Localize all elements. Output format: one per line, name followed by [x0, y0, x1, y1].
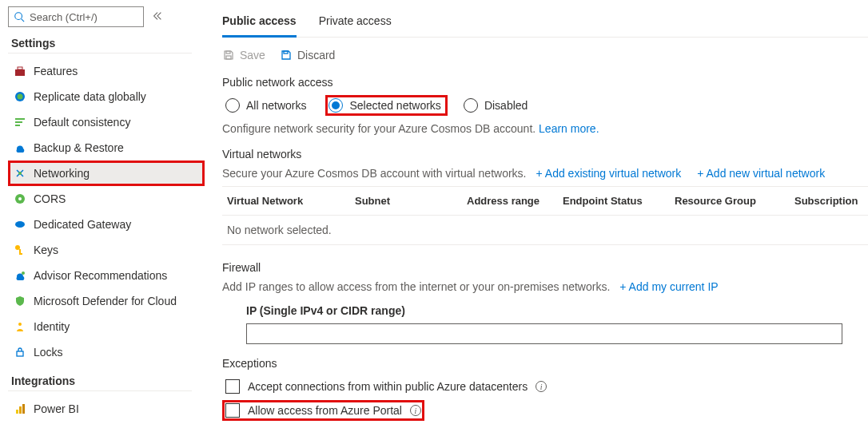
svg-rect-15 — [19, 253, 22, 255]
tab-public-access[interactable]: Public access — [222, 8, 297, 38]
svg-rect-3 — [18, 67, 22, 69]
sidebar-item-features[interactable]: Features — [8, 58, 205, 84]
collapse-sidebar-button[interactable] — [149, 7, 166, 27]
public-access-radio-group: All networks Selected networks Disabled — [222, 95, 868, 116]
lock-icon — [11, 346, 29, 359]
svg-rect-2 — [15, 69, 25, 76]
sidebar-item-keys[interactable]: Keys — [8, 237, 205, 263]
vnet-table-header: Virtual Network Subnet Address range End… — [222, 186, 868, 216]
svg-line-1 — [22, 19, 25, 22]
svg-point-16 — [22, 271, 25, 275]
svg-point-12 — [15, 221, 25, 228]
powerbi-icon — [11, 402, 29, 415]
search-icon — [14, 11, 25, 22]
sidebar-item-consistency[interactable]: Default consistency — [8, 109, 205, 135]
radio-icon — [464, 98, 478, 113]
discard-button[interactable]: Discard — [280, 49, 335, 61]
svg-rect-6 — [15, 118, 25, 120]
shield-icon — [11, 295, 29, 307]
ip-range-label: IP (Single IPv4 or CIDR range) — [222, 299, 868, 323]
sidebar-item-identity[interactable]: Identity — [8, 314, 205, 339]
svg-point-0 — [15, 13, 22, 20]
info-icon[interactable]: i — [536, 381, 547, 392]
cors-icon — [11, 192, 29, 205]
discard-icon — [280, 49, 293, 61]
sidebar-item-powerbi[interactable]: Power BI — [8, 396, 205, 422]
advisor-icon — [11, 269, 29, 282]
key-icon — [11, 244, 29, 256]
svg-rect-23 — [226, 56, 231, 59]
search-input[interactable]: Search (Ctrl+/) — [8, 6, 144, 27]
firewall-title: Firewall — [222, 261, 868, 274]
vnet-sub: Secure your Azure Cosmos DB account with… — [222, 167, 868, 180]
svg-rect-19 — [16, 410, 18, 414]
sidebar-item-gateway[interactable]: Dedicated Gateway — [8, 212, 205, 237]
radio-icon — [225, 98, 240, 113]
sidebar-section-integrations: Integrations — [11, 375, 205, 387]
checkbox-icon — [225, 379, 240, 394]
cloud-restore-icon — [11, 141, 29, 154]
learn-more-link[interactable]: Learn more. — [539, 122, 599, 135]
svg-rect-24 — [284, 51, 288, 54]
sidebar-section-settings: Settings — [11, 37, 205, 50]
svg-point-17 — [18, 323, 22, 326]
col-resource-group: Resource Group — [675, 195, 794, 207]
add-my-ip-link[interactable]: + Add my current IP — [619, 280, 718, 293]
add-existing-vnet-link[interactable]: + Add existing virtual network — [536, 167, 682, 180]
sidebar-item-cors[interactable]: CORS — [8, 186, 205, 212]
exceptions-title: Exceptions — [222, 357, 868, 370]
sidebar-item-locks[interactable]: Locks — [8, 339, 205, 365]
bars-icon — [11, 116, 29, 129]
sidebar-item-replicate[interactable]: Replicate data globally — [8, 84, 205, 109]
networking-icon — [11, 167, 29, 180]
search-placeholder: Search (Ctrl+/) — [30, 11, 98, 23]
info-icon[interactable]: i — [410, 405, 421, 416]
vnet-table-empty: No network selected. — [222, 216, 868, 245]
toolbar: Save Discard — [222, 38, 868, 71]
public-access-title: Public network access — [222, 76, 868, 89]
radio-disabled[interactable]: Disabled — [460, 95, 534, 116]
svg-point-11 — [18, 197, 22, 200]
save-button[interactable]: Save — [222, 49, 265, 61]
col-subscription: Subscription — [794, 195, 868, 207]
radio-selected-networks[interactable]: Selected networks — [325, 95, 447, 116]
svg-rect-8 — [15, 125, 20, 126]
ip-range-input[interactable] — [246, 323, 842, 344]
firewall-sub: Add IP ranges to allow access from the i… — [222, 280, 868, 293]
col-subnet: Subnet — [355, 195, 467, 207]
sidebar-item-defender[interactable]: Microsoft Defender for Cloud — [8, 288, 205, 314]
radio-all-networks[interactable]: All networks — [222, 95, 313, 116]
toolbox-icon — [11, 65, 29, 77]
col-virtual-network: Virtual Network — [227, 195, 355, 207]
public-access-help: Configure network security for your Azur… — [222, 122, 868, 135]
col-endpoint-status: Endpoint Status — [563, 195, 675, 207]
svg-rect-20 — [19, 406, 22, 414]
col-address-range: Address range — [467, 195, 563, 207]
tab-private-access[interactable]: Private access — [319, 8, 392, 37]
svg-point-5 — [18, 94, 23, 100]
sidebar: Search (Ctrl+/) Settings Features Replic… — [0, 0, 205, 424]
globe-icon — [11, 90, 29, 103]
exception-azure-portal[interactable]: Allow access from Azure Portal i — [222, 400, 424, 421]
exception-azure-datacenters[interactable]: Accept connections from within public Az… — [222, 376, 868, 397]
svg-rect-7 — [15, 121, 22, 123]
add-new-vnet-link[interactable]: + Add new virtual network — [697, 167, 825, 180]
checkbox-icon — [225, 403, 240, 418]
main-content: Public access Private access Save Discar… — [205, 0, 868, 424]
svg-point-9 — [18, 172, 22, 175]
vnet-title: Virtual networks — [222, 148, 868, 161]
svg-rect-22 — [226, 51, 230, 54]
save-icon — [222, 49, 235, 61]
sidebar-item-networking[interactable]: Networking — [8, 161, 205, 186]
radio-icon — [328, 98, 343, 113]
gateway-icon — [11, 218, 29, 231]
identity-icon — [11, 320, 29, 333]
svg-rect-18 — [17, 351, 23, 356]
chevron-double-left-icon — [152, 10, 163, 22]
sidebar-item-advisor[interactable]: Advisor Recommendations — [8, 263, 205, 288]
sidebar-item-backup[interactable]: Backup & Restore — [8, 135, 205, 161]
svg-rect-21 — [22, 404, 25, 414]
tabs: Public access Private access — [222, 8, 868, 38]
